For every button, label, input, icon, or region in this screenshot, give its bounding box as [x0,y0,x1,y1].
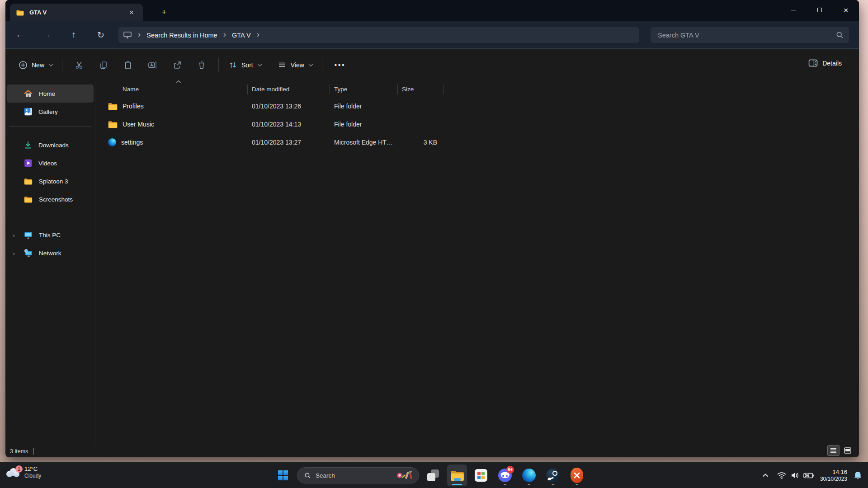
notifications-button[interactable] [851,466,864,484]
expand-chevron-icon[interactable]: › [13,249,15,257]
wifi-button[interactable] [775,466,788,484]
new-tab-button[interactable]: + [157,5,171,19]
windows-logo-icon [278,470,288,480]
sidebar-item-screenshots[interactable]: Screenshots [7,190,94,208]
thumbnail-view-toggle[interactable] [841,445,854,456]
forward-button[interactable]: → [39,27,55,42]
microsoft-store-button[interactable] [471,465,491,486]
breadcrumb-search-results[interactable]: Search Results in Home [146,32,217,39]
rename-button[interactable] [140,56,165,74]
share-button[interactable] [165,56,189,74]
back-button[interactable]: ← [12,27,28,42]
file-type: Microsoft Edge HT… [330,139,397,146]
taskbar-search-input[interactable]: Search [297,467,419,483]
thumbnail-view-icon [844,447,851,454]
file-explorer-taskbar-button[interactable] [447,465,467,486]
column-resize-handle[interactable] [443,84,444,94]
sidebar-item-network[interactable]: › Network [7,244,94,262]
details-view-toggle[interactable] [827,445,840,456]
paste-button[interactable] [116,56,140,74]
download-icon [24,141,32,149]
minimize-button[interactable] [780,0,807,20]
edge-button[interactable] [519,465,539,486]
task-view-button[interactable] [423,465,443,486]
view-button[interactable]: View [273,56,317,74]
up-button[interactable]: ↑ [66,27,82,42]
refresh-button[interactable]: ↻ [93,27,109,42]
clock-date: 30/10/2023 [820,476,847,482]
toolbar-divider [322,58,322,72]
explorer-tab[interactable]: GTA V × [10,4,143,21]
start-button[interactable] [273,465,293,486]
sidebar-item-label: Screenshots [39,196,73,203]
delete-button[interactable] [189,56,214,74]
edge-file-icon [108,138,116,146]
file-date: 01/10/2023 14:13 [247,121,330,128]
file-row-user-music[interactable]: User Music 01/10/2023 14:13 File folder [95,115,859,133]
command-bar: New [5,49,859,81]
clock[interactable]: 14:16 30/10/2023 [820,469,847,482]
steam-icon [546,469,560,482]
sidebar: Home Gallery Downloads [5,81,95,445]
status-bar: 3 items [5,445,859,457]
file-row-profiles[interactable]: Profiles 01/10/2023 13:26 File folder [95,97,859,115]
sidebar-item-gallery[interactable]: Gallery [7,103,94,121]
sort-ascending-caret-icon [176,80,181,84]
see-more-button[interactable]: ••• [327,57,354,73]
volume-button[interactable] [788,466,802,484]
cut-button[interactable] [67,56,91,74]
breadcrumb-separator-icon: › [217,29,232,41]
sidebar-item-videos[interactable]: Videos [7,154,94,172]
discord-button[interactable]: 9+ [495,465,515,486]
close-button[interactable]: × [833,0,859,20]
sidebar-item-label: Videos [38,160,57,167]
network-icon [24,249,33,257]
tray-overflow-button[interactable] [759,466,772,484]
sidebar-item-this-pc[interactable]: › This PC [7,226,94,244]
column-header-type[interactable]: Type [330,86,397,93]
share-icon [173,61,182,70]
file-explorer-window: GTA V × + × ← → ↑ ↻ › Search Results in … [5,0,859,457]
maximize-button[interactable] [807,0,833,20]
breadcrumb-gta-v[interactable]: GTA V [232,32,251,39]
sort-button[interactable]: Sort [223,56,266,74]
rename-icon [148,61,157,70]
file-row-settings[interactable]: settings 01/10/2023 13:27 Microsoft Edge… [95,133,859,151]
folder-icon [108,121,118,128]
notification-bell-icon [854,471,862,480]
sidebar-item-label: Downloads [38,142,69,149]
steam-button[interactable] [543,465,563,486]
sidebar-item-home[interactable]: Home [7,84,94,103]
sidebar-item-splatoon-3[interactable]: Splatoon 3 [7,172,94,190]
column-resize-handle[interactable] [247,84,248,94]
cloudy-weather-icon: 1 [5,467,21,477]
expand-chevron-icon[interactable]: › [13,231,15,239]
speaker-icon [791,472,799,479]
battery-button[interactable] [802,466,816,484]
trash-icon [197,61,206,70]
column-header-name[interactable]: Name [95,86,247,93]
sidebar-item-label: Home [39,90,55,97]
weather-widget[interactable]: 1 12°C Cloudy [5,465,41,479]
column-header-date[interactable]: Date modified [247,86,330,93]
column-header-size[interactable]: Size [397,86,443,93]
view-label: View [291,61,304,69]
details-pane-button[interactable]: Details [803,55,847,71]
copy-button[interactable] [91,56,116,74]
new-button[interactable]: New [14,56,57,74]
more-icon: ••• [335,61,346,69]
address-bar[interactable]: › Search Results in Home › GTA V › [118,27,639,43]
tab-bar: GTA V × + × [5,0,859,21]
explorer-search-input[interactable]: Search GTA V [651,27,849,43]
details-pane-icon [808,59,818,67]
microsoft-store-icon [475,469,487,482]
sidebar-item-downloads[interactable]: Downloads [7,136,94,154]
sidebar-item-label: This PC [39,232,61,239]
column-resize-handle[interactable] [397,84,398,94]
explorer-body: Home Gallery Downloads [5,81,859,445]
tab-close-icon[interactable]: × [126,7,137,19]
new-label: New [32,61,44,69]
this-pc-icon [123,31,132,39]
column-resize-handle[interactable] [330,84,330,94]
x-app-button[interactable] [567,465,587,486]
